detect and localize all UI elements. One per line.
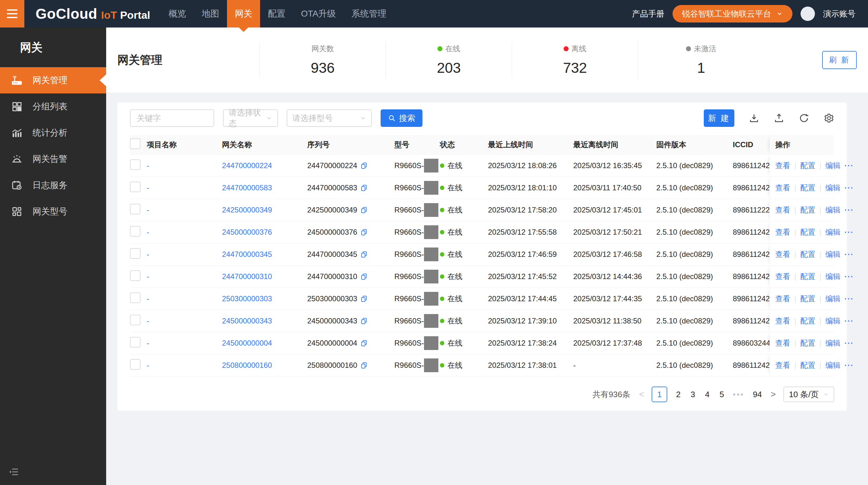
nav-item-system[interactable]: 系统管理 [344, 0, 394, 28]
refresh-button[interactable]: 刷 新 [822, 51, 857, 69]
copy-icon[interactable] [360, 251, 368, 258]
edit-action[interactable]: 编辑 [825, 183, 840, 193]
upload-icon[interactable] [774, 113, 784, 123]
gateway-name-link[interactable]: 245000000376 [222, 228, 272, 236]
edit-action[interactable]: 编辑 [825, 227, 840, 237]
config-action[interactable]: 配置 [800, 272, 815, 282]
config-action[interactable]: 配置 [800, 205, 815, 215]
sidebar-item-gateway-management[interactable]: 网关管理 [0, 67, 106, 93]
more-actions-icon[interactable]: ··· [844, 206, 854, 215]
config-action[interactable]: 配置 [800, 249, 815, 259]
sidebar-item-gateway-alarm[interactable]: 网关告警 [0, 146, 106, 172]
gateway-name-link[interactable]: 244700000224 [222, 161, 272, 170]
pagination-page-last[interactable]: 94 [751, 390, 763, 399]
more-actions-icon[interactable]: ··· [844, 183, 854, 192]
nav-item-ota[interactable]: OTA升级 [293, 0, 343, 28]
config-action[interactable]: 配置 [800, 360, 815, 370]
pagination-page-1[interactable]: 1 [652, 387, 667, 402]
gear-icon[interactable] [824, 113, 834, 123]
row-checkbox[interactable] [130, 359, 141, 370]
view-action[interactable]: 查看 [775, 161, 790, 171]
pagination-ellipsis[interactable]: ••• [733, 390, 744, 399]
view-action[interactable]: 查看 [775, 249, 790, 259]
copy-icon[interactable] [360, 162, 368, 169]
copy-icon[interactable] [360, 295, 368, 303]
config-action[interactable]: 配置 [800, 161, 815, 171]
download-icon[interactable] [749, 113, 760, 123]
cell-project[interactable]: - [147, 228, 222, 236]
more-actions-icon[interactable]: ··· [844, 317, 854, 325]
row-checkbox[interactable] [130, 270, 141, 281]
cell-project[interactable]: - [147, 206, 222, 215]
gateway-name-link[interactable]: 245000000004 [222, 339, 272, 347]
avatar[interactable] [801, 6, 815, 21]
row-checkbox[interactable] [130, 204, 141, 215]
sidebar-item-gateway-model[interactable]: 网关型号 [0, 198, 106, 225]
more-actions-icon[interactable]: ··· [844, 272, 854, 281]
more-actions-icon[interactable]: ··· [844, 294, 854, 303]
cell-project[interactable]: - [147, 317, 222, 325]
config-action[interactable]: 配置 [800, 294, 815, 304]
row-checkbox[interactable] [130, 248, 141, 259]
cell-project[interactable]: - [147, 183, 222, 192]
cell-project[interactable]: - [147, 339, 222, 347]
copy-icon[interactable] [360, 362, 368, 369]
more-actions-icon[interactable]: ··· [844, 161, 854, 170]
row-checkbox[interactable] [130, 315, 141, 325]
status-select[interactable]: 请选择状态 [223, 109, 278, 127]
cell-project[interactable]: - [147, 250, 222, 259]
edit-action[interactable]: 编辑 [825, 161, 840, 171]
view-action[interactable]: 查看 [775, 227, 790, 237]
page-size-select[interactable]: 10 条/页 [783, 387, 834, 402]
nav-item-map[interactable]: 地图 [194, 0, 227, 28]
row-checkbox[interactable] [130, 226, 141, 236]
cell-project[interactable]: - [147, 161, 222, 170]
sidebar-item-statistics[interactable]: 统计分析 [0, 120, 106, 146]
view-action[interactable]: 查看 [775, 360, 790, 370]
edit-action[interactable]: 编辑 [825, 338, 840, 348]
gateway-name-link[interactable]: 244700000310 [222, 272, 272, 281]
gateway-name-link[interactable]: 250300000303 [222, 294, 272, 303]
copy-icon[interactable] [360, 228, 368, 236]
pagination-page-5[interactable]: 5 [718, 390, 725, 399]
more-actions-icon[interactable]: ··· [844, 361, 854, 370]
sidebar-item-group-list[interactable]: 分组列表 [0, 93, 106, 120]
keyword-input[interactable] [130, 109, 214, 127]
gateway-name-link[interactable]: 244700000583 [222, 183, 272, 192]
view-action[interactable]: 查看 [775, 338, 790, 348]
nav-item-overview[interactable]: 概览 [161, 0, 194, 28]
sidebar-item-log-service[interactable]: 日志服务 [0, 172, 106, 198]
pagination-next-icon[interactable]: > [771, 389, 776, 399]
model-select[interactable]: 请选择型号 [287, 109, 372, 127]
config-action[interactable]: 配置 [800, 183, 815, 193]
copy-icon[interactable] [360, 339, 368, 347]
gateway-name-link[interactable]: 244700000345 [222, 250, 272, 258]
copy-icon[interactable] [360, 206, 368, 214]
gateway-name-link[interactable]: 242500000349 [222, 206, 272, 214]
pagination-prev-icon[interactable]: < [639, 389, 644, 399]
select-all-checkbox[interactable] [130, 138, 141, 149]
hamburger-menu-icon[interactable] [0, 0, 24, 28]
view-action[interactable]: 查看 [775, 183, 790, 193]
gateway-name-link[interactable]: 250800000160 [222, 361, 272, 369]
pagination-page-4[interactable]: 4 [704, 390, 711, 399]
refresh-icon[interactable] [799, 113, 809, 123]
config-action[interactable]: 配置 [800, 338, 815, 348]
copy-icon[interactable] [360, 273, 368, 280]
edit-action[interactable]: 编辑 [825, 294, 840, 304]
edit-action[interactable]: 编辑 [825, 205, 840, 215]
collapse-sidebar-icon[interactable] [8, 466, 19, 478]
cell-project[interactable]: - [147, 294, 222, 303]
view-action[interactable]: 查看 [775, 205, 790, 215]
row-checkbox[interactable] [130, 160, 141, 170]
config-action[interactable]: 配置 [800, 316, 815, 326]
edit-action[interactable]: 编辑 [825, 272, 840, 282]
copy-icon[interactable] [360, 184, 368, 192]
copy-icon[interactable] [360, 317, 368, 325]
cell-project[interactable]: - [147, 361, 222, 370]
more-actions-icon[interactable]: ··· [844, 228, 854, 236]
more-actions-icon[interactable]: ··· [844, 339, 854, 347]
more-actions-icon[interactable]: ··· [844, 250, 854, 259]
view-action[interactable]: 查看 [775, 316, 790, 326]
cell-project[interactable]: - [147, 272, 222, 281]
